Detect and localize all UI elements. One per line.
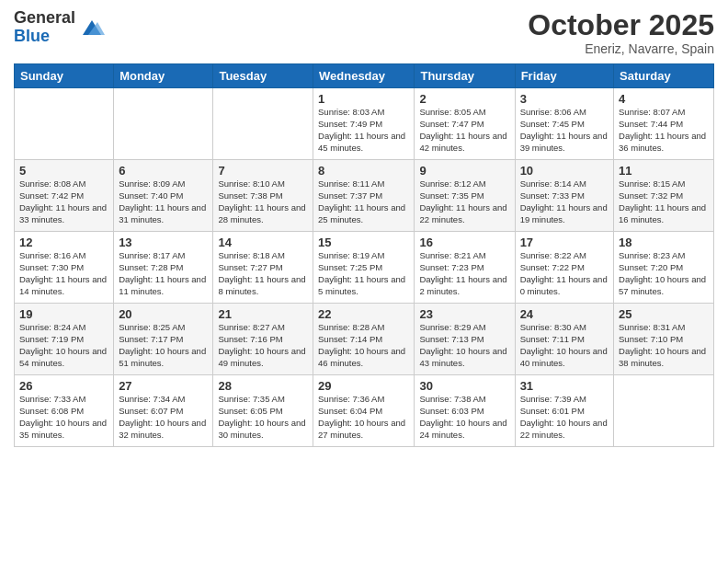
calendar-cell: 24Sunrise: 8:30 AMSunset: 7:11 PMDayligh… [515,304,613,375]
day-number: 14 [218,236,308,249]
col-tuesday: Tuesday [213,64,313,88]
calendar-cell: 16Sunrise: 8:21 AMSunset: 7:23 PMDayligh… [415,232,515,304]
calendar-cell: 1Sunrise: 8:03 AMSunset: 7:49 PMDaylight… [313,88,415,160]
day-number: 11 [619,164,709,178]
day-info: Sunrise: 8:23 AMSunset: 7:20 PMDaylight:… [619,250,709,297]
day-info: Sunrise: 8:24 AMSunset: 7:19 PMDaylight:… [19,322,108,369]
calendar-cell: 20Sunrise: 8:25 AMSunset: 7:17 PMDayligh… [114,304,213,375]
day-number: 13 [119,236,208,249]
calendar-cell: 2Sunrise: 8:05 AMSunset: 7:47 PMDaylight… [415,88,515,160]
day-number: 7 [218,164,308,178]
day-number: 25 [619,307,709,321]
col-wednesday: Wednesday [313,64,415,88]
header: General Blue October 2025 Eneriz, Navarr… [14,9,714,56]
calendar-week-3: 12Sunrise: 8:16 AMSunset: 7:30 PMDayligh… [15,232,714,304]
calendar-cell [614,375,714,447]
page: General Blue October 2025 Eneriz, Navarr… [0,0,728,563]
day-info: Sunrise: 8:25 AMSunset: 7:17 PMDaylight:… [119,322,208,369]
calendar: Sunday Monday Tuesday Wednesday Thursday… [14,63,714,447]
day-info: Sunrise: 7:35 AMSunset: 6:05 PMDaylight:… [218,394,308,441]
day-number: 27 [119,379,208,393]
title-section: October 2025 Eneriz, Navarre, Spain [528,9,714,56]
day-info: Sunrise: 8:31 AMSunset: 7:10 PMDaylight:… [619,322,709,369]
day-info: Sunrise: 8:17 AMSunset: 7:28 PMDaylight:… [119,250,208,297]
day-info: Sunrise: 8:08 AMSunset: 7:42 PMDaylight:… [19,178,108,225]
calendar-cell: 7Sunrise: 8:10 AMSunset: 7:38 PMDaylight… [213,160,313,232]
day-info: Sunrise: 8:14 AMSunset: 7:33 PMDaylight:… [520,178,609,225]
col-thursday: Thursday [415,64,515,88]
calendar-cell: 8Sunrise: 8:11 AMSunset: 7:37 PMDaylight… [313,160,415,232]
day-info: Sunrise: 8:30 AMSunset: 7:11 PMDaylight:… [520,322,609,369]
day-info: Sunrise: 8:27 AMSunset: 7:16 PMDaylight:… [218,322,308,369]
day-number: 19 [19,307,108,321]
day-number: 21 [218,307,308,321]
calendar-cell: 18Sunrise: 8:23 AMSunset: 7:20 PMDayligh… [614,232,714,304]
day-number: 10 [520,164,609,178]
calendar-cell [213,88,313,160]
calendar-cell [15,88,114,160]
location: Eneriz, Navarre, Spain [528,41,714,56]
calendar-cell: 30Sunrise: 7:38 AMSunset: 6:03 PMDayligh… [415,375,515,447]
calendar-cell: 26Sunrise: 7:33 AMSunset: 6:08 PMDayligh… [15,375,114,447]
day-number: 18 [619,236,709,249]
day-number: 23 [419,307,509,321]
logo-blue: Blue [14,28,75,46]
day-info: Sunrise: 8:10 AMSunset: 7:38 PMDaylight:… [218,178,308,225]
calendar-cell: 21Sunrise: 8:27 AMSunset: 7:16 PMDayligh… [213,304,313,375]
logo-general: General [14,9,75,28]
day-info: Sunrise: 7:33 AMSunset: 6:08 PMDaylight:… [19,394,108,441]
logo: General Blue [14,9,105,46]
calendar-cell: 15Sunrise: 8:19 AMSunset: 7:25 PMDayligh… [313,232,415,304]
day-info: Sunrise: 8:19 AMSunset: 7:25 PMDaylight:… [318,250,409,297]
day-number: 12 [19,236,108,249]
col-friday: Friday [515,64,613,88]
day-number: 3 [520,92,609,106]
day-number: 2 [419,92,509,106]
day-info: Sunrise: 8:09 AMSunset: 7:40 PMDaylight:… [119,178,208,225]
col-monday: Monday [114,64,213,88]
logo-text: General Blue [14,9,75,46]
day-number: 26 [19,379,108,393]
day-number: 29 [318,379,409,393]
day-info: Sunrise: 8:15 AMSunset: 7:32 PMDaylight:… [619,178,709,225]
day-info: Sunrise: 7:34 AMSunset: 6:07 PMDaylight:… [119,394,208,441]
day-number: 9 [419,164,509,178]
day-info: Sunrise: 8:22 AMSunset: 7:22 PMDaylight:… [520,250,609,297]
calendar-cell: 4Sunrise: 8:07 AMSunset: 7:44 PMDaylight… [614,88,714,160]
day-info: Sunrise: 8:05 AMSunset: 7:47 PMDaylight:… [419,107,509,154]
calendar-week-1: 1Sunrise: 8:03 AMSunset: 7:49 PMDaylight… [15,88,714,160]
day-info: Sunrise: 8:03 AMSunset: 7:49 PMDaylight:… [318,107,409,154]
day-number: 1 [318,92,409,106]
calendar-cell: 5Sunrise: 8:08 AMSunset: 7:42 PMDaylight… [15,160,114,232]
calendar-cell: 9Sunrise: 8:12 AMSunset: 7:35 PMDaylight… [415,160,515,232]
calendar-cell: 13Sunrise: 8:17 AMSunset: 7:28 PMDayligh… [114,232,213,304]
day-info: Sunrise: 8:29 AMSunset: 7:13 PMDaylight:… [419,322,509,369]
day-number: 5 [19,164,108,178]
day-info: Sunrise: 8:12 AMSunset: 7:35 PMDaylight:… [419,178,509,225]
day-info: Sunrise: 8:18 AMSunset: 7:27 PMDaylight:… [218,250,308,297]
day-info: Sunrise: 7:39 AMSunset: 6:01 PMDaylight:… [520,394,609,441]
calendar-cell: 10Sunrise: 8:14 AMSunset: 7:33 PMDayligh… [515,160,613,232]
day-number: 31 [520,379,609,393]
col-saturday: Saturday [614,64,714,88]
day-info: Sunrise: 8:07 AMSunset: 7:44 PMDaylight:… [619,107,709,154]
day-number: 17 [520,236,609,249]
day-info: Sunrise: 8:16 AMSunset: 7:30 PMDaylight:… [19,250,108,297]
calendar-week-2: 5Sunrise: 8:08 AMSunset: 7:42 PMDaylight… [15,160,714,232]
calendar-cell: 31Sunrise: 7:39 AMSunset: 6:01 PMDayligh… [515,375,613,447]
day-number: 30 [419,379,509,393]
calendar-header-row: Sunday Monday Tuesday Wednesday Thursday… [15,64,714,88]
calendar-week-5: 26Sunrise: 7:33 AMSunset: 6:08 PMDayligh… [15,375,714,447]
day-info: Sunrise: 8:11 AMSunset: 7:37 PMDaylight:… [318,178,409,225]
day-number: 15 [318,236,409,249]
day-info: Sunrise: 7:38 AMSunset: 6:03 PMDaylight:… [419,394,509,441]
calendar-cell: 28Sunrise: 7:35 AMSunset: 6:05 PMDayligh… [213,375,313,447]
calendar-cell: 14Sunrise: 8:18 AMSunset: 7:27 PMDayligh… [213,232,313,304]
calendar-cell: 19Sunrise: 8:24 AMSunset: 7:19 PMDayligh… [15,304,114,375]
calendar-cell: 3Sunrise: 8:06 AMSunset: 7:45 PMDaylight… [515,88,613,160]
day-number: 6 [119,164,208,178]
calendar-cell: 17Sunrise: 8:22 AMSunset: 7:22 PMDayligh… [515,232,613,304]
day-number: 4 [619,92,709,106]
day-info: Sunrise: 7:36 AMSunset: 6:04 PMDaylight:… [318,394,409,441]
calendar-cell: 23Sunrise: 8:29 AMSunset: 7:13 PMDayligh… [415,304,515,375]
